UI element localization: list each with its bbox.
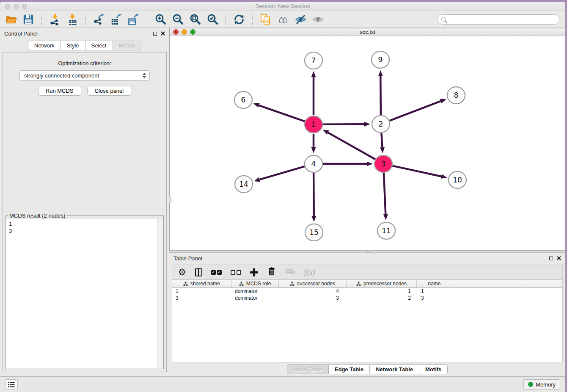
- table-cell[interactable]: 4: [279, 288, 347, 295]
- graph-edge[interactable]: [381, 133, 382, 147]
- export-network-icon[interactable]: [92, 13, 106, 26]
- graph-node-4[interactable]: 4: [305, 155, 322, 172]
- graph-node-14[interactable]: 14: [235, 176, 253, 193]
- node-table-header: shared name MCDS role successor nodes: [172, 280, 562, 288]
- close-panel-icon[interactable]: [161, 31, 165, 36]
- node-table[interactable]: shared name MCDS role successor nodes: [172, 280, 563, 362]
- home-icon[interactable]: ⌂⌂: [276, 13, 290, 26]
- criterion-dropdown[interactable]: strongly connected component: [19, 70, 150, 81]
- graph-node-11[interactable]: 11: [377, 222, 395, 239]
- graph-edge[interactable]: [380, 76, 381, 115]
- float-panel-icon[interactable]: [153, 32, 157, 36]
- graph-edge[interactable]: [392, 166, 441, 177]
- column-header[interactable]: successor nodes: [279, 280, 347, 287]
- clone-network-icon[interactable]: [259, 13, 272, 26]
- table-settings-icon[interactable]: ⚙: [178, 267, 186, 277]
- float-table-panel-icon[interactable]: [549, 257, 553, 260]
- main-toolbar: ⌂⌂: [0, 11, 565, 28]
- table-cell[interactable]: 1: [417, 288, 452, 295]
- close-view-icon[interactable]: ×: [173, 29, 179, 35]
- network-canvas[interactable]: 7968124314101511: [170, 36, 565, 250]
- tab-edge-table[interactable]: Edge Table: [329, 364, 370, 374]
- graph-node-10[interactable]: 10: [449, 171, 466, 188]
- export-table-icon[interactable]: [110, 13, 123, 26]
- maximize-view-icon[interactable]: +: [190, 29, 195, 35]
- graph-node-3[interactable]: 3: [374, 155, 392, 172]
- control-panel-header: Control Panel: [0, 28, 169, 39]
- tab-mcds[interactable]: MCDS: [113, 41, 141, 50]
- table-row[interactable]: 3dominator323: [172, 295, 562, 301]
- table-row[interactable]: 1dominator411: [172, 288, 562, 295]
- application-window: Session: New Session: [0, 2, 565, 392]
- svg-text:11: 11: [382, 226, 391, 235]
- search-input[interactable]: [448, 16, 559, 23]
- column-header[interactable]: shared name: [172, 280, 231, 287]
- delete-column-icon[interactable]: [267, 266, 276, 279]
- export-image-icon[interactable]: [127, 13, 140, 26]
- table-toolbar: ⚙ ✓✓: [172, 265, 563, 280]
- graph-edge[interactable]: [323, 124, 364, 124]
- panel-splitter-handle[interactable]: [169, 196, 171, 203]
- graph-node-1[interactable]: 1: [305, 116, 322, 133]
- graph-edge-arrow: [311, 216, 316, 222]
- add-column-icon[interactable]: [250, 268, 258, 276]
- refresh-icon[interactable]: [232, 13, 246, 26]
- network-view-titlebar[interactable]: × − + scc.txt: [170, 28, 565, 36]
- graph-edge[interactable]: [384, 173, 385, 214]
- graph-edge[interactable]: [259, 166, 304, 179]
- show-eye-icon[interactable]: [311, 13, 325, 26]
- splitter-handle[interactable]: [367, 250, 371, 252]
- table-cell[interactable]: 2: [347, 295, 417, 301]
- tab-style[interactable]: Style: [61, 41, 85, 50]
- zoom-fit-icon[interactable]: [188, 13, 202, 26]
- unselect-all-columns-icon[interactable]: [231, 270, 241, 275]
- tab-node-table[interactable]: Node Table: [287, 364, 329, 374]
- table-cell[interactable]: 3: [172, 295, 231, 301]
- show-columns-icon[interactable]: [195, 268, 202, 276]
- graph-edge[interactable]: [328, 133, 375, 159]
- column-header[interactable]: name: [417, 280, 452, 287]
- table-cell[interactable]: dominator: [231, 295, 279, 301]
- column-header[interactable]: predecessor nodes: [347, 280, 417, 287]
- graph-node-2[interactable]: 2: [372, 116, 390, 133]
- table-cell[interactable]: 3: [417, 295, 452, 301]
- close-panel-button[interactable]: Close panel: [87, 86, 132, 96]
- zoom-in-icon[interactable]: [154, 13, 167, 26]
- column-header[interactable]: MCDS role: [231, 280, 279, 287]
- graph-node-7[interactable]: 7: [305, 52, 322, 69]
- tab-network[interactable]: Network: [28, 41, 61, 50]
- mcds-result-list[interactable]: 13: [6, 219, 157, 368]
- table-cell[interactable]: dominator: [231, 288, 279, 295]
- result-scrollbar[interactable]: [157, 219, 163, 368]
- svg-text:1: 1: [311, 120, 316, 129]
- graph-edge[interactable]: [390, 101, 441, 121]
- zoom-selected-icon[interactable]: [206, 13, 219, 26]
- graph-node-15[interactable]: 15: [305, 224, 323, 241]
- task-history-button[interactable]: [5, 379, 18, 389]
- select-all-columns-icon[interactable]: ✓✓: [211, 270, 222, 275]
- hide-eye-icon[interactable]: [294, 13, 307, 26]
- graph-node-6[interactable]: 6: [234, 91, 252, 108]
- table-cell[interactable]: 1: [172, 288, 231, 295]
- table-cell[interactable]: 1: [347, 288, 417, 295]
- graph-edge[interactable]: [259, 105, 305, 121]
- graph-node-8[interactable]: 8: [447, 87, 465, 104]
- graph-edge[interactable]: [314, 173, 314, 216]
- tab-network-table[interactable]: Network Table: [370, 364, 419, 374]
- minimize-view-icon[interactable]: −: [182, 29, 187, 35]
- table-cell[interactable]: 3: [279, 295, 347, 301]
- zoom-out-icon[interactable]: [171, 13, 184, 26]
- save-session-icon[interactable]: [22, 13, 35, 26]
- memory-button[interactable]: Memory: [523, 379, 560, 390]
- close-table-panel-icon[interactable]: [557, 256, 561, 260]
- import-table-icon[interactable]: [66, 13, 79, 26]
- import-network-icon[interactable]: [48, 13, 62, 26]
- tab-motifs[interactable]: Motifs: [419, 364, 448, 374]
- horizontal-splitter[interactable]: [169, 251, 565, 252]
- open-file-icon[interactable]: [4, 13, 18, 26]
- run-mcds-button[interactable]: Run MCDS: [38, 86, 81, 96]
- tab-select[interactable]: Select: [85, 41, 113, 50]
- graph-node-9[interactable]: 9: [372, 51, 389, 68]
- search-field[interactable]: [438, 14, 559, 25]
- memory-status-icon: [528, 382, 533, 387]
